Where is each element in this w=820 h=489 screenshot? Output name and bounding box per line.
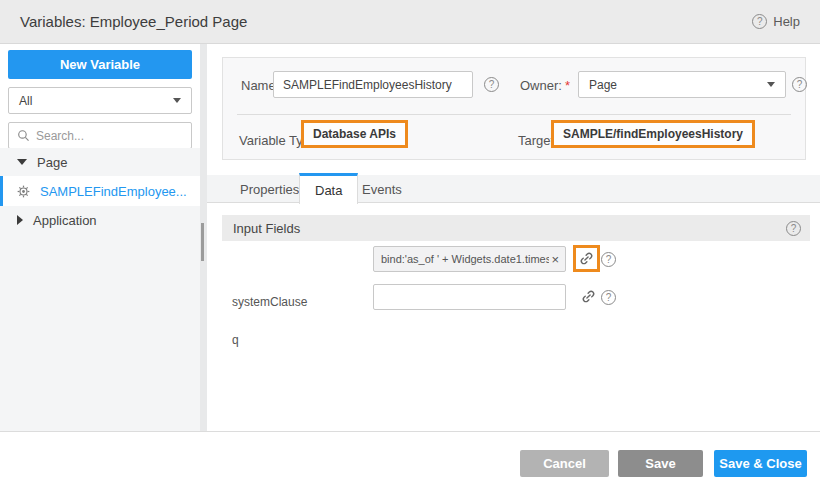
owner-select[interactable]: Page xyxy=(578,71,786,98)
link-icon xyxy=(581,289,596,304)
variable-summary-panel: Name:* ? Owner:* Page ? Variable Type: D… xyxy=(222,57,806,160)
dialog-footer: Cancel Save Save & Close xyxy=(0,431,820,489)
field-label-q: q xyxy=(232,333,239,347)
q-input[interactable] xyxy=(373,284,566,310)
tab-events[interactable]: Events xyxy=(347,175,417,203)
service-variable-icon xyxy=(17,185,30,198)
owner-label: Owner:* xyxy=(520,78,570,93)
help-icon: ? xyxy=(752,14,767,29)
window-header: Variables: Employee_Period Page ? Help xyxy=(0,0,820,44)
clear-binding-icon[interactable]: × xyxy=(549,253,565,266)
chevron-down-icon xyxy=(767,82,775,87)
required-asterisk: * xyxy=(565,78,570,93)
variable-filter-select[interactable]: All xyxy=(8,87,192,114)
new-variable-button[interactable]: New Variable xyxy=(8,50,192,79)
panel-divider xyxy=(237,114,791,115)
variables-sidebar: New Variable All Page xyxy=(0,44,200,431)
input-fields-title: Input Fields xyxy=(233,221,300,236)
systemclause-bind-button[interactable] xyxy=(573,245,600,272)
target-value: SAMPLE/findEmployeesHistory xyxy=(551,120,755,148)
tree-group-page[interactable]: Page xyxy=(0,148,200,176)
field-label-systemclause: systemClause xyxy=(232,295,307,309)
tree-group-application[interactable]: Application xyxy=(0,206,200,234)
variable-filter-value: All xyxy=(19,94,32,108)
owner-help-icon[interactable]: ? xyxy=(792,77,807,92)
name-input[interactable] xyxy=(273,71,473,98)
systemclause-help-icon[interactable]: ? xyxy=(601,252,616,267)
variable-type-value: Database APIs xyxy=(301,120,408,148)
owner-value: Page xyxy=(589,78,617,92)
save-and-close-button[interactable]: Save & Close xyxy=(714,450,807,477)
chevron-down-icon xyxy=(173,98,181,103)
systemclause-input[interactable]: bind:'as_of ' + Widgets.date1.timestam × xyxy=(373,246,566,272)
tree-group-page-label: Page xyxy=(37,155,67,170)
q-bind-button[interactable] xyxy=(575,283,602,310)
systemclause-value: bind:'as_of ' + Widgets.date1.timestam xyxy=(374,253,549,265)
tree-item-label: SAMPLEFindEmployee... xyxy=(40,184,187,199)
q-help-icon[interactable]: ? xyxy=(601,290,616,305)
input-fields-header: Input Fields ? xyxy=(222,215,810,241)
name-help-icon[interactable]: ? xyxy=(484,77,499,92)
page-title: Variables: Employee_Period Page xyxy=(20,13,247,30)
link-icon xyxy=(579,251,594,266)
detail-tabbar: Properties Data Events xyxy=(207,175,820,203)
help-button[interactable]: ? Help xyxy=(752,14,800,29)
search-icon xyxy=(17,129,30,142)
caret-down-icon xyxy=(17,159,27,165)
sidebar-scrollbar[interactable] xyxy=(200,44,207,431)
tree-item-samplefindemployees[interactable]: SAMPLEFindEmployee... xyxy=(0,176,200,206)
variables-tree: Page SAMPLEFindEmployee... Applic xyxy=(0,148,200,431)
input-fields-help-icon[interactable]: ? xyxy=(786,221,801,236)
tree-group-application-label: Application xyxy=(33,213,97,228)
save-button[interactable]: Save xyxy=(618,450,703,477)
scrollbar-thumb[interactable] xyxy=(201,223,204,261)
cancel-button[interactable]: Cancel xyxy=(520,450,609,477)
caret-right-icon xyxy=(17,215,23,225)
help-label: Help xyxy=(773,14,800,29)
variable-search-box[interactable] xyxy=(8,122,192,149)
search-input[interactable] xyxy=(36,129,183,143)
variable-detail-panel: Name:* ? Owner:* Page ? Variable Type: D… xyxy=(207,44,820,431)
